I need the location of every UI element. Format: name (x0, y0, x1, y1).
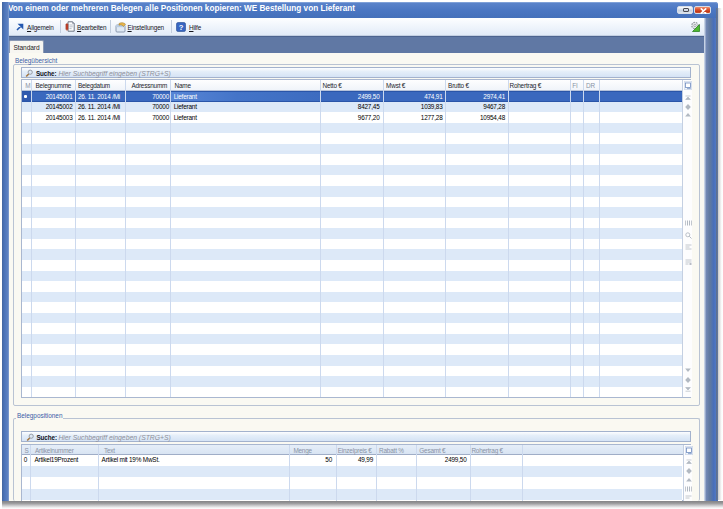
svg-text:?: ? (179, 23, 184, 32)
